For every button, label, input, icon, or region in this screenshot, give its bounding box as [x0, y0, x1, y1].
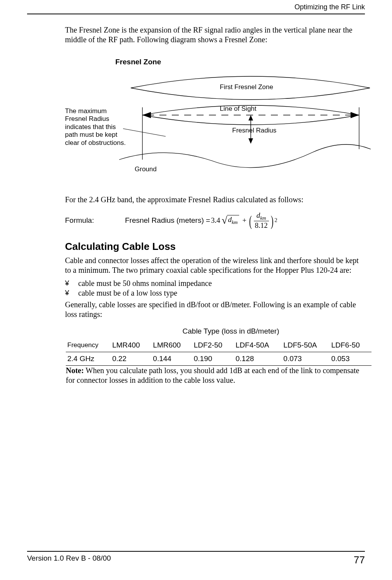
th-lmr600: LMR600: [151, 339, 192, 352]
svg-marker-6: [248, 115, 253, 120]
after-figure-paragraph: For the 2.4 GHz band, the approximate Fr…: [65, 195, 365, 205]
th-frequency: Frequency: [66, 339, 111, 352]
formula-var: d: [228, 215, 232, 224]
cable-loss-heading: Calculating Cable Loss: [65, 241, 365, 253]
plus-sign: +: [242, 216, 246, 225]
formula-num-sub: km: [260, 215, 266, 221]
td-ldf5-50a: 0.073: [282, 352, 330, 366]
note-text: When you calculate path loss, you should…: [66, 366, 359, 384]
svg-marker-3: [142, 112, 151, 118]
figure-title: Fresnel Zone: [115, 58, 365, 66]
th-lmr400: LMR400: [111, 339, 151, 352]
fresnel-diagram: The maximum Fresnel Radius indicates tha…: [65, 69, 365, 185]
svg-line-8: [123, 129, 166, 136]
table-caption: Cable Type (loss in dB/meter): [97, 327, 365, 336]
svg-marker-4: [351, 112, 359, 118]
cable-p2: Generally, cable losses are specified in…: [65, 300, 365, 319]
page-number: 77: [354, 554, 365, 566]
formula-den: 8.12: [254, 221, 269, 229]
svg-marker-7: [248, 138, 253, 144]
formula-row: Formula: Fresnel Radius (meters) = 3.4 √…: [65, 212, 365, 229]
formula-lhs: Fresnel Radius (meters) =: [125, 216, 210, 225]
intro-paragraph: The Fresnel Zone is the expansion of the…: [65, 25, 365, 45]
table-header-row: Frequency LMR400 LMR600 LDF2-50 LDF4-50A…: [66, 339, 371, 352]
first-fresnel-label: First Fresnel Zone: [220, 83, 273, 91]
ground-label: Ground: [135, 165, 157, 173]
squared-exponent: 2: [274, 217, 277, 224]
formula-coef: 3.4: [211, 216, 220, 225]
version-label: Version 1.0 Rev B - 08/00: [27, 554, 111, 566]
right-paren-icon: ): [271, 215, 274, 227]
td-ldf2-50: 0.190: [192, 352, 234, 366]
sqrt-icon: √ dkm: [222, 215, 239, 226]
left-paren-icon: (: [249, 215, 252, 227]
th-ldf4-50a: LDF4-50A: [234, 339, 282, 352]
page-footer: Version 1.0 Rev B - 08/00 77: [27, 551, 365, 566]
formula-num-var: d: [257, 211, 260, 219]
cable-p1: Cable and connector losses affect the op…: [65, 256, 365, 275]
td-ldf4-50a: 0.128: [234, 352, 282, 366]
formula-var-sub: km: [232, 219, 238, 225]
cable-loss-table: Frequency LMR400 LMR600 LDF2-50 LDF4-50A…: [66, 339, 371, 366]
diagram-note: The maximum Fresnel Radius indicates tha…: [65, 107, 127, 147]
line-of-sight-label: Line of Sight: [220, 105, 257, 113]
td-lmr600: 0.144: [151, 352, 192, 366]
th-ldf2-50: LDF2-50: [192, 339, 234, 352]
running-header: Optimizing the RF Link: [27, 0, 365, 14]
table-row: 2.4 GHz 0.22 0.144 0.190 0.128 0.073 0.0…: [66, 352, 371, 366]
td-frequency: 2.4 GHz: [66, 352, 111, 366]
bullet-1: cable must be 50 ohms nominal impedance: [65, 279, 365, 288]
note-paragraph: Note: When you calculate path loss, you …: [66, 366, 365, 385]
fraction: dkm 8.12: [254, 212, 269, 229]
fresnel-radius-label: Fresnel Radius: [232, 127, 276, 134]
formula-label: Formula:: [65, 216, 94, 225]
bullet-2: cable must be of a low loss type: [65, 289, 365, 298]
formula-equation: Fresnel Radius (meters) = 3.4 √ dkm + ( …: [125, 212, 277, 229]
td-ldf6-50: 0.053: [330, 352, 371, 366]
note-label: Note:: [66, 366, 84, 375]
td-lmr400: 0.22: [111, 352, 151, 366]
th-ldf5-50a: LDF5-50A: [282, 339, 330, 352]
th-ldf6-50: LDF6-50: [330, 339, 371, 352]
